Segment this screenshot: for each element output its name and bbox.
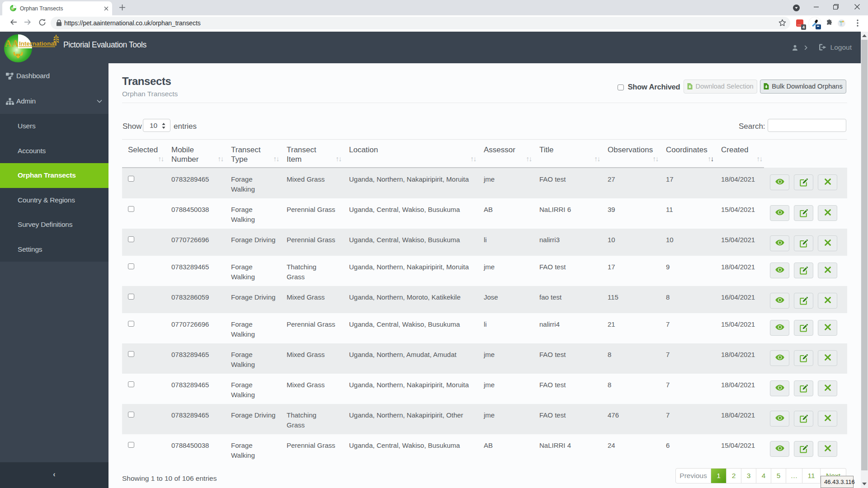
svg-text:AA: AA xyxy=(5,38,19,48)
svg-text:International: International xyxy=(19,40,56,47)
